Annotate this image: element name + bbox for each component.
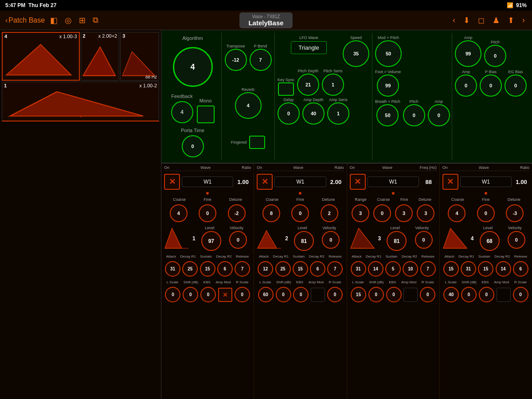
op-decay2-knob-2[interactable]: 6	[310, 261, 325, 277]
op-attack-knob-4[interactable]: 15	[443, 261, 459, 277]
op-decay1-knob-2[interactable]: 25	[275, 261, 291, 277]
op-on-button-1[interactable]: ✕	[164, 174, 180, 190]
op-lscale-knob-4[interactable]: 40	[443, 287, 459, 302]
op-fine-knob-1[interactable]: 0	[199, 204, 216, 222]
op-attack-knob-2[interactable]: 12	[258, 261, 273, 277]
op-ebs-knob-4[interactable]: 0	[479, 287, 494, 302]
op-decay2-knob-4[interactable]: 14	[496, 261, 511, 277]
pitchdepth-knob[interactable]: 21	[297, 74, 319, 96]
op-coarse-knob-2[interactable]: 8	[262, 204, 280, 222]
waveform-op3[interactable]: 3 88 Hz	[120, 32, 159, 81]
op-velocity-knob-4[interactable]: 0	[508, 231, 525, 249]
mod-amp-knob[interactable]: 0	[428, 104, 450, 126]
op-sustain-knob-4[interactable]: 15	[478, 261, 493, 277]
ampdepth-knob[interactable]: 40	[302, 102, 325, 125]
back-button[interactable]: ‹ Patch Base	[5, 16, 45, 24]
op-ampmod-box-4[interactable]	[497, 288, 511, 302]
op-on-button-4[interactable]: ✕	[442, 174, 458, 190]
next-button[interactable]: ›	[522, 16, 525, 25]
op-sustain-knob-1[interactable]: 15	[200, 261, 215, 277]
egbias-knob[interactable]: 0	[505, 74, 527, 97]
op-shift-knob-1[interactable]: 0	[183, 287, 198, 302]
duplicate-icon[interactable]: ⧉	[93, 16, 98, 25]
transpose-knob[interactable]: -12	[225, 49, 247, 71]
op-lscale-knob-3[interactable]: 15	[351, 287, 366, 302]
op-level-knob-3[interactable]: 81	[387, 231, 407, 251]
op-level-knob-1[interactable]: 97	[201, 231, 221, 251]
modpitch-knob[interactable]: 50	[375, 40, 402, 67]
op-level-knob-4[interactable]: 68	[480, 231, 500, 251]
download-icon[interactable]: ⬇	[463, 16, 470, 25]
op-range-knob-3[interactable]: 3	[352, 204, 369, 222]
layout-icon[interactable]: ◧	[50, 16, 58, 25]
op-on-button-3[interactable]: ✕	[350, 174, 366, 190]
footvol-knob[interactable]: 99	[377, 74, 399, 97]
grid-icon[interactable]: ⊞	[79, 16, 86, 25]
op-on-button-2[interactable]: ✕	[257, 174, 273, 190]
mod-pitch-knob[interactable]: 0	[403, 104, 425, 126]
export-icon[interactable]: ⬆	[508, 16, 514, 25]
op-velocity-knob-2[interactable]: 0	[322, 231, 340, 249]
op-shift-knob-3[interactable]: 0	[368, 287, 384, 302]
op-decay2-knob-3[interactable]: 10	[403, 261, 418, 277]
op-release-knob-1[interactable]: 7	[235, 261, 250, 277]
waveform-op4[interactable]: 4 x 1.00-3	[2, 32, 80, 81]
amp-pitch-knob[interactable]: 0	[484, 45, 506, 67]
amp-main-knob[interactable]: 99	[455, 40, 481, 67]
op-attack-knob-3[interactable]: 31	[351, 261, 366, 277]
share-icon[interactable]: ♟	[493, 16, 500, 25]
op-decay2-knob-1[interactable]: 6	[217, 261, 233, 277]
op-wave-display-2[interactable]: W1	[274, 176, 326, 187]
op-velocity-knob-1[interactable]: 0	[229, 231, 247, 249]
op-lscale-knob-1[interactable]: 0	[165, 287, 180, 302]
waveform-op1[interactable]: 1 x 1.00-2	[2, 82, 159, 121]
op-detune-knob-3[interactable]: 3	[417, 204, 434, 222]
op-rscale-knob-4[interactable]: 0	[513, 287, 528, 302]
op-detune-knob-1[interactable]: -2	[228, 204, 246, 222]
waveform-op2[interactable]: 2 x 2.00+2	[81, 32, 120, 81]
prev-button[interactable]: ‹	[453, 16, 455, 25]
op-wave-display-1[interactable]: W1	[182, 176, 233, 187]
circle-icon[interactable]: ◎	[65, 16, 72, 25]
op-rscale-knob-3[interactable]: 0	[420, 287, 435, 302]
op-rscale-knob-1[interactable]: 0	[235, 287, 250, 302]
fingered-button[interactable]	[249, 136, 265, 149]
op-fine-knob-2[interactable]: 0	[291, 204, 309, 222]
mono-button[interactable]	[197, 106, 215, 123]
op-coarse-knob-3[interactable]: 0	[373, 204, 391, 222]
op-fine-knob-3[interactable]: 3	[395, 204, 413, 222]
op-velocity-knob-3[interactable]: 0	[415, 231, 433, 249]
feedback-knob[interactable]: 4	[171, 101, 193, 123]
op-ampmod-box-2[interactable]	[311, 288, 325, 302]
op-shift-knob-2[interactable]: 0	[276, 287, 291, 302]
keysync-button[interactable]	[278, 82, 294, 96]
op-detune-knob-2[interactable]: 2	[321, 204, 338, 222]
op-ampmod-btn-1[interactable]: ✕	[218, 288, 232, 302]
delay-knob[interactable]: 0	[278, 102, 300, 125]
op-decay1-knob-3[interactable]: 14	[368, 261, 383, 277]
op-fine-knob-4[interactable]: 0	[477, 204, 495, 222]
op-shift-knob-4[interactable]: 0	[461, 287, 477, 302]
pbend-knob[interactable]: 7	[250, 49, 272, 71]
op-decay1-knob-1[interactable]: 25	[182, 261, 198, 277]
reverb-knob[interactable]: 4	[235, 92, 262, 119]
op-sustain-knob-3[interactable]: 5	[385, 261, 401, 277]
amp-amp-knob[interactable]: 0	[455, 74, 477, 97]
lfo-speed-knob[interactable]: 35	[343, 40, 369, 67]
porta-knob[interactable]: 0	[182, 135, 204, 157]
op-coarse-knob-1[interactable]: 4	[170, 204, 188, 222]
pbias-knob[interactable]: 0	[480, 74, 502, 97]
op-release-knob-3[interactable]: 7	[420, 261, 436, 277]
op-detune-knob-4[interactable]: -3	[506, 204, 524, 222]
op-ebs-knob-1[interactable]: 0	[200, 287, 216, 302]
op-lscale-knob-2[interactable]: 60	[258, 287, 274, 302]
op-rscale-knob-2[interactable]: 0	[327, 287, 343, 302]
lfo-wave-display[interactable]: Triangle	[291, 41, 326, 54]
op-release-knob-4[interactable]: 6	[513, 261, 528, 277]
doc-icon[interactable]: ◻	[478, 16, 485, 25]
op-attack-knob-1[interactable]: 31	[165, 261, 180, 277]
ampsens-knob[interactable]: 1	[327, 102, 349, 125]
op-coarse-knob-4[interactable]: 4	[448, 204, 466, 222]
op-release-knob-2[interactable]: 7	[327, 261, 343, 277]
op-decay1-knob-4[interactable]: 31	[461, 261, 476, 277]
